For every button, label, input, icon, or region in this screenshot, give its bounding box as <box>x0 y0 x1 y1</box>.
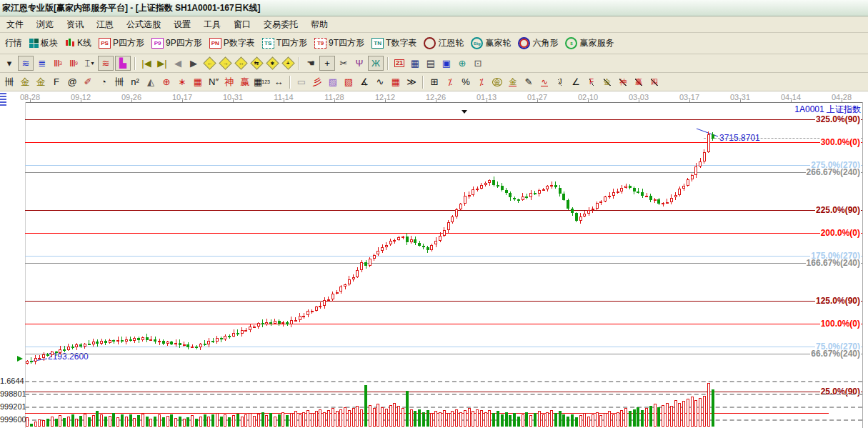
toolbar-label: 9P四方形 <box>166 37 202 49</box>
tool-prev[interactable]: ◀ <box>171 56 185 70</box>
toolbar-item-p-square[interactable]: PSP四方形 <box>99 37 144 49</box>
date-tick <box>334 99 335 102</box>
tool-histogram[interactable]: ▙ <box>115 56 131 71</box>
menu-item-3[interactable]: 江恩 <box>90 16 120 33</box>
tool-last-page[interactable]: ▶| <box>155 56 169 70</box>
tool-circle-cross[interactable]: ⊕ <box>159 75 174 89</box>
toolbar-item-hexagon[interactable]: 六角形 <box>518 37 558 49</box>
tool-grid-dot[interactable]: ▦ <box>389 75 403 89</box>
tool-percent-strike-2[interactable]: ⁒ <box>474 75 489 89</box>
tool-diamond-compress[interactable]: ⇆ <box>249 56 264 70</box>
tool-gold-slash[interactable]: 金 <box>600 75 614 89</box>
menu-item-4[interactable]: 公式选股 <box>120 16 167 33</box>
candle <box>682 186 685 189</box>
tool-grid-123[interactable]: ▦123 <box>254 75 270 89</box>
tool-brain-tool[interactable]: Ж <box>368 56 384 71</box>
tool-time-gauge[interactable]: ◔ <box>96 75 111 89</box>
tool-span-arrows[interactable]: ↔ <box>271 75 286 89</box>
tool-percent-strike-1[interactable]: ⁒ <box>443 75 457 89</box>
tool-scale-bars[interactable]: ⊞ <box>427 75 442 89</box>
tool-bars-9[interactable]: Ⅲ9 <box>66 56 81 70</box>
tool-fan-box-1[interactable]: ▨ <box>326 75 340 89</box>
tool-notes-doc[interactable]: ▤ <box>424 56 438 70</box>
tool-brush[interactable]: ✐ <box>81 75 95 89</box>
tool-zigzag-blue[interactable]: ≋ <box>18 56 34 71</box>
tool-calculator[interactable]: ▦ <box>408 56 422 70</box>
tool-next[interactable]: ▶ <box>186 56 201 70</box>
tool-save[interactable]: ▣ <box>439 56 454 70</box>
toolbar-item-winner-wheel[interactable]: Big赢家轮 <box>471 37 511 49</box>
tool-bars-3[interactable]: Ⅲ3 <box>51 56 65 70</box>
tool-spiral[interactable]: @ <box>65 75 79 89</box>
menu-item-8[interactable]: 交易委托 <box>257 16 304 33</box>
toolbar-item-t-number-table[interactable]: TNT数字表 <box>371 37 416 49</box>
toolbar-item-9p-square[interactable]: P99P四方形 <box>151 37 202 49</box>
tool-diamond-right[interactable]: → <box>218 56 232 70</box>
tool-zigzag-red[interactable]: ≋ <box>98 56 114 71</box>
tool-ying-tool[interactable]: 赢 <box>238 75 252 89</box>
menu-item-9[interactable]: 帮助 <box>304 16 334 33</box>
tool-gold-ticks-1[interactable]: 金 <box>18 75 32 89</box>
tool-diamond-left[interactable]: ← <box>202 56 216 70</box>
tool-gold-circled[interactable]: 金 <box>490 75 504 89</box>
menu-item-5[interactable]: 设置 <box>167 16 197 33</box>
menu-item-7[interactable]: 窗口 <box>227 16 257 33</box>
toolbar-item-kline[interactable]: K线 <box>65 37 91 49</box>
tool-n-wave[interactable]: N″ <box>206 75 221 89</box>
toolbar-item-gann-wheel[interactable]: 江恩轮 <box>424 37 464 49</box>
candle <box>100 341 103 344</box>
tool-angle-plain[interactable]: ∠ <box>569 75 583 89</box>
tool-zigzag-line[interactable]: ∿ <box>373 75 387 89</box>
toolbar-item-p-number-table[interactable]: PNP数字表 <box>209 37 255 49</box>
tool-four-slash[interactable]: 四 <box>647 75 662 89</box>
tool-candle-style[interactable]: ⌶▾ <box>82 56 96 70</box>
tool-f-slash[interactable]: F <box>584 75 599 89</box>
tool-ray-fan[interactable]: 彡 <box>310 75 324 89</box>
tool-report-doc[interactable]: ≣ <box>35 56 49 70</box>
volume-bar <box>712 389 714 427</box>
tool-diamond-star[interactable]: ∗ <box>265 56 279 70</box>
tool-hand-tool[interactable]: ☚ <box>304 56 318 70</box>
tool-marker-pen[interactable]: ✎ <box>522 75 536 89</box>
tool-wave-underline[interactable]: ∿ <box>537 75 552 89</box>
toolbar-item-winner-service[interactable]: $赢家服务 <box>565 37 614 49</box>
kline-chart-canvas[interactable]: 1A0001 上证指数 3715.8701 2193.2600 08-2809-… <box>0 91 868 428</box>
tool-percent[interactable]: % <box>459 75 473 89</box>
tool-grid-red[interactable]: ▦ <box>191 75 205 89</box>
menu-item-0[interactable]: 文件 <box>0 16 30 33</box>
tool-diamond-expand[interactable]: ↔ <box>234 56 248 70</box>
toolbar-item-quotes[interactable]: 行情 <box>5 37 22 49</box>
menu-item-1[interactable]: 浏览 <box>30 16 60 33</box>
toolbar-item-sectors[interactable]: 板块 <box>29 37 58 49</box>
tool-shen-tool[interactable]: 神 <box>222 75 236 89</box>
tool-angle-lines[interactable]: ∡ <box>357 75 371 89</box>
tool-crosshair-tool[interactable]: + <box>319 56 335 71</box>
tool-dropdown[interactable]: ▾ <box>2 56 16 70</box>
tool-first-page[interactable]: |◀ <box>139 56 154 70</box>
tool-gray-box[interactable]: ▭ <box>294 75 309 89</box>
tool-calendar[interactable]: 21 <box>392 56 406 70</box>
tool-n-squared[interactable]: n² <box>128 75 142 89</box>
tool-ruler-2[interactable]: 卌 <box>112 75 126 89</box>
tool-gold-underline[interactable]: 金 <box>506 75 520 89</box>
toolbar-item-9t-square[interactable]: T99T四方形 <box>314 37 364 49</box>
title-bar[interactable]: 家江恩专业版[赢家内部服务平台] - [上证指数 SH1A0001-167日K线… <box>0 0 868 16</box>
menu-item-6[interactable]: 工具 <box>197 16 227 33</box>
tool-double-slash[interactable]: ≫ <box>404 75 419 89</box>
tool-j-slash[interactable]: J <box>553 75 567 89</box>
tool-fan-box-2[interactable]: ▧ <box>341 75 356 89</box>
tool-pc-save[interactable]: ⊡ <box>471 56 485 70</box>
tool-f-ruler[interactable]: F <box>49 75 64 89</box>
tool-a-angle[interactable]: ◭ <box>144 75 158 89</box>
tool-gold-ticks-2[interactable]: 金 <box>34 75 48 89</box>
menu-item-2[interactable]: 资讯 <box>60 16 90 33</box>
tool-star-burst[interactable]: ∗ <box>175 75 189 89</box>
tool-web-save[interactable]: ⊕ <box>455 56 469 70</box>
tool-scissors-tool[interactable]: ✂ <box>336 56 351 70</box>
tool-shen-slash[interactable]: 神 <box>616 75 630 89</box>
tool-ying-slash[interactable]: 赢 <box>632 75 646 89</box>
tool-diamond-cross[interactable]: + <box>281 56 295 70</box>
toolbar-item-t-square[interactable]: TST四方形 <box>262 37 307 49</box>
tool-ticks-ruler[interactable]: 卌 <box>2 75 16 89</box>
tool-psi-tool[interactable]: Ψ <box>352 56 366 70</box>
